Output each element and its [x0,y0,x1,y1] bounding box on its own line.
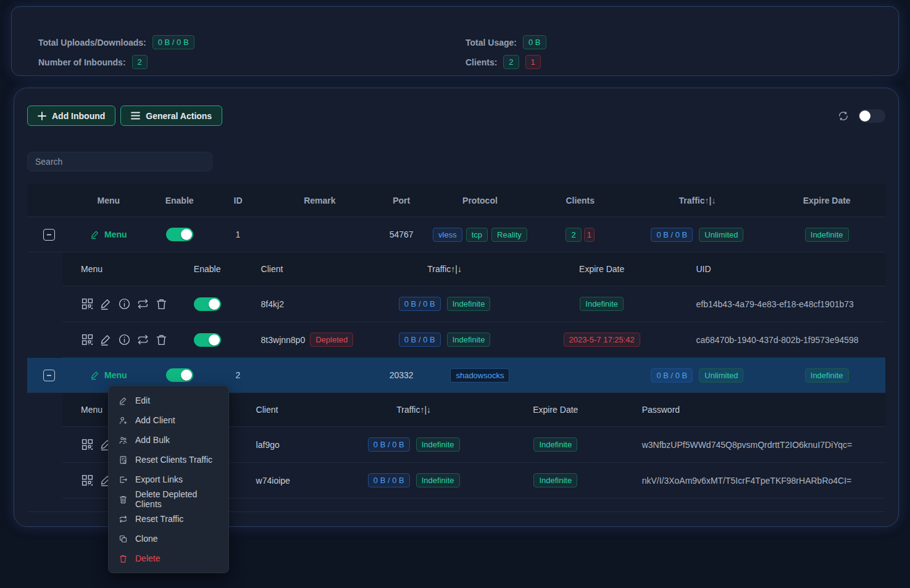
reset-traffic-icon[interactable] [136,297,149,310]
enable-toggle[interactable] [166,228,193,241]
info-icon[interactable] [118,297,131,310]
stat-number-of-inbounds: Number of Inbounds: 2 [38,55,148,69]
menu-item-delete[interactable]: Delete [109,549,228,568]
protocol-tag: tcp [466,228,488,242]
toggle-knob [859,110,870,122]
traffic-badge: 0 B / 0 B [399,333,441,347]
delete-icon[interactable] [155,333,168,346]
add-inbound-label: Add Inbound [52,111,105,121]
traffic-limit-badge: Indefinite [447,333,491,347]
menu-item-label: Clone [135,534,158,544]
reset-traffic-icon[interactable] [136,333,149,346]
menu-item-add-client[interactable]: Add Client [109,410,228,430]
header-client: Client [241,252,359,286]
hamburger-icon [131,112,140,120]
client-name: laf9go [241,427,340,462]
menu-item-edit[interactable]: Edit [109,391,228,410]
clients-table-1: Menu Enable Client Traffic↑|↓ Expire Dat… [62,252,885,358]
qrcode-icon[interactable] [81,333,94,346]
toggle-knob [209,299,220,310]
general-actions-button[interactable]: General Actions [120,106,222,126]
dark-mode-toggle[interactable] [858,109,885,123]
search-input[interactable] [27,152,212,172]
traffic-limit-badge: Unlimited [699,228,743,242]
inbound-clients: 2 1 [534,217,627,252]
header-expire-date: Expire Date [488,393,624,426]
export-links-icon [119,475,128,484]
qrcode-icon[interactable] [81,438,94,451]
collapse-row-button[interactable] [43,229,55,241]
menu-item-reset-traffic[interactable]: Reset Traffic [109,509,228,529]
traffic-badge: 0 B / 0 B [368,437,410,452]
row-menu-label: Menu [104,230,127,239]
client-row: 8t3wjnn8p0 Depleted 0 B / 0 B Indefinite… [62,322,885,358]
clients-active-badge: 2 [566,228,581,242]
menu-item-clone[interactable]: Clone [109,529,228,549]
client-traffic: 0 B / 0 B Indefinite [358,286,531,321]
client-name: 8t3wjnn8p0 [261,335,306,345]
header-remark: Remark [262,184,377,217]
inbound-remark [262,217,377,252]
menu-item-label: Edit [135,395,150,405]
header-client: Client [241,393,340,426]
expire-badge: Indefinite [805,228,849,242]
inbound-remark [262,358,377,392]
inbound-traffic: 0 B / 0 B Unlimited [627,217,769,252]
refresh-icon[interactable] [837,110,849,122]
menu-item-reset-clients-traffic[interactable]: Reset Clients Traffic [109,450,228,470]
inbound-row-1: Menu 1 54767 vless tcp Reality 2 1 0 B /… [27,217,885,252]
stat-label: Total Uploads/Downloads: [38,38,146,48]
expire-badge: Indefinite [533,437,577,452]
qrcode-icon[interactable] [81,474,94,487]
inbound-port: 20332 [377,358,426,392]
menu-item-export-links[interactable]: Export Links [109,470,228,489]
inbound-protocols: vless tcp Reality [426,217,534,252]
menu-item-add-bulk[interactable]: Add Bulk [109,430,228,450]
header-traffic[interactable]: Traffic↑|↓ [627,184,769,217]
stat-label: Clients: [465,57,497,67]
stat-total-usage: Total Usage: 0 B [465,35,546,49]
protocol-tag: shadowsocks [450,368,509,383]
expire-badge: Indefinite [805,368,849,383]
header-expire-date: Expire Date [768,184,885,217]
header-password: Password [624,393,885,426]
menu-item-label: Reset Clients Traffic [135,455,212,465]
row-menu-label: Menu [104,370,127,380]
row-menu-button[interactable]: Menu [90,370,127,380]
inbound-id: 1 [214,217,263,252]
header-traffic[interactable]: Traffic↑|↓ [340,393,488,426]
search-bar [27,152,885,172]
stat-label: Total Usage: [465,38,517,48]
edit-icon[interactable] [99,297,112,310]
collapse-row-button[interactable] [43,370,55,381]
traffic-badge: 0 B / 0 B [368,473,410,487]
qrcode-icon[interactable] [81,297,94,310]
header-uid: UID [673,252,886,286]
inbound-clients [534,358,627,392]
inbound-traffic: 0 B / 0 B Unlimited [627,358,769,392]
client-row: 8f4kj2 0 B / 0 B Indefinite Indefinite e… [62,286,885,322]
client-password: nkV/I/3XoAm9v6xMT/T5IcrF4TpeTKF98rHARbRo… [624,463,885,498]
expire-badge: Indefinite [533,473,577,487]
stats-card: Total Uploads/Downloads: 0 B / 0 B Numbe… [11,6,899,76]
stat-label: Number of Inbounds: [38,57,126,67]
inbound-port: 54767 [377,217,426,252]
enable-toggle[interactable] [194,333,221,347]
traffic-badge: 0 B / 0 B [651,228,693,242]
menu-item-label: Reset Traffic [135,514,183,524]
enable-toggle[interactable] [166,368,193,382]
header-menu: Menu [62,252,173,286]
toggle-knob [181,370,192,381]
menu-item-delete-depleted-clients[interactable]: Delete Depleted Clients [109,489,228,509]
add-client-icon [119,416,128,425]
header-traffic[interactable]: Traffic↑|↓ [358,252,531,286]
add-inbound-button[interactable]: Add Inbound [27,106,115,126]
inbound-protocols: shadowsocks [426,358,534,392]
menu-item-label: Export Links [135,474,183,484]
edit-icon[interactable] [99,333,112,346]
info-icon[interactable] [118,333,131,346]
enable-toggle[interactable] [194,297,221,311]
general-actions-label: General Actions [146,111,212,121]
delete-icon[interactable] [155,297,168,310]
row-menu-button[interactable]: Menu [90,230,127,239]
